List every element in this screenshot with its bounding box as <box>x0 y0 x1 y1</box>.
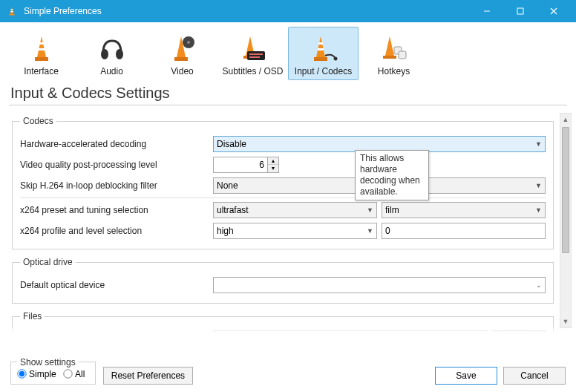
svg-rect-9 <box>39 48 45 50</box>
show-settings-group: Show settings Simple All <box>10 357 96 385</box>
svg-point-14 <box>187 41 190 44</box>
chevron-down-icon: ⌄ <box>536 281 542 289</box>
x264-preset-combo[interactable]: ultrafast ▼ <box>213 202 377 218</box>
cone-osd-icon <box>220 32 286 65</box>
tooltip: This allows hardware decoding when avail… <box>355 150 429 200</box>
group-legend: Optical drive <box>20 257 76 267</box>
tab-label: Subtitles / OSD <box>220 66 286 76</box>
tab-label: Interface <box>8 66 74 76</box>
headphones-icon <box>79 32 145 65</box>
vlc-cone-icon <box>6 5 18 17</box>
svg-rect-21 <box>318 48 324 50</box>
svg-rect-2 <box>10 11 13 12</box>
spin-value[interactable] <box>214 157 267 172</box>
radio-all[interactable]: All <box>63 369 85 379</box>
tab-input-codecs[interactable]: Input / Codecs <box>288 27 359 80</box>
fade-overlay <box>0 325 555 333</box>
svg-rect-19 <box>314 57 327 61</box>
cone-keys-icon <box>361 32 427 65</box>
tab-interface[interactable]: Interface <box>6 27 76 80</box>
title-bar: Simple Preferences <box>0 0 576 22</box>
combo-value: Disable <box>217 139 246 149</box>
radio-simple[interactable]: Simple <box>17 369 56 379</box>
close-button[interactable] <box>537 0 570 22</box>
category-tabs: Interface Audio Video Subtitles / OSD In… <box>0 22 576 80</box>
tab-hotkeys[interactable]: Hotkeys <box>359 27 429 80</box>
svg-point-22 <box>333 57 337 61</box>
combo-value: ultrafast <box>217 205 249 215</box>
show-settings-legend: Show settings <box>17 357 79 368</box>
svg-point-11 <box>116 49 123 59</box>
scroll-thumb[interactable] <box>562 127 569 253</box>
tab-label: Input / Codecs <box>290 66 356 76</box>
chevron-down-icon: ▼ <box>535 206 542 214</box>
save-button[interactable]: Save <box>435 367 497 385</box>
cone-icon <box>8 32 74 65</box>
cone-reel-icon <box>149 32 215 65</box>
settings-scroll-area: Codecs Hardware-accelerated decoding Dis… <box>10 108 555 333</box>
svg-rect-4 <box>517 8 523 14</box>
svg-rect-17 <box>249 53 263 55</box>
maximize-button[interactable] <box>503 0 537 22</box>
divider <box>9 105 567 105</box>
post-processing-label: Video quality post-processing level <box>20 160 213 170</box>
tab-video[interactable]: Video <box>147 27 217 80</box>
chevron-down-icon: ▼ <box>535 140 542 148</box>
bottom-bar: Show settings Simple All Reset Preferenc… <box>0 353 576 392</box>
chevron-down-icon: ▼ <box>367 206 373 214</box>
svg-point-10 <box>101 49 108 59</box>
spin-up-button[interactable]: ▲ <box>268 157 278 165</box>
tab-label: Video <box>149 66 215 76</box>
tab-subtitles[interactable]: Subtitles / OSD <box>217 27 288 80</box>
svg-rect-8 <box>39 42 44 45</box>
group-codecs: Codecs Hardware-accelerated decoding Dis… <box>12 116 554 249</box>
group-optical: Optical drive Default optical device ⌄ <box>12 257 554 304</box>
post-processing-spin[interactable]: ▲ ▼ <box>213 157 279 173</box>
svg-rect-20 <box>318 42 323 45</box>
cancel-button[interactable]: Cancel <box>503 367 566 385</box>
x264-level-input[interactable] <box>382 223 546 239</box>
minimize-button[interactable] <box>470 0 503 22</box>
divider <box>20 197 546 198</box>
svg-rect-25 <box>399 51 406 59</box>
combo-value: film <box>385 205 399 215</box>
group-legend: Codecs <box>20 116 56 126</box>
svg-rect-0 <box>10 14 15 16</box>
x264-profile-label: x264 profile and level selection <box>20 226 213 236</box>
x264-preset-label: x264 preset and tuning selection <box>20 205 213 215</box>
scroll-down-button[interactable]: ▼ <box>560 316 571 327</box>
svg-rect-23 <box>383 56 396 59</box>
svg-rect-18 <box>249 56 260 58</box>
optical-device-label: Default optical device <box>20 280 213 290</box>
svg-rect-12 <box>174 57 188 61</box>
optical-device-combo[interactable]: ⌄ <box>213 277 546 293</box>
combo-value: None <box>217 180 238 191</box>
svg-rect-16 <box>247 51 265 60</box>
tab-label: Audio <box>79 66 145 76</box>
vertical-scrollbar[interactable]: ▲ ▼ <box>560 113 572 328</box>
svg-rect-1 <box>11 9 13 10</box>
scroll-up-button[interactable]: ▲ <box>560 114 571 125</box>
chevron-down-icon: ▼ <box>535 182 542 189</box>
combo-value: high <box>217 226 234 236</box>
tab-label: Hotkeys <box>361 66 427 76</box>
spin-down-button[interactable]: ▼ <box>268 165 278 172</box>
tab-audio[interactable]: Audio <box>76 27 147 80</box>
x264-tuning-combo[interactable]: film ▼ <box>382 202 546 218</box>
hw-decoding-label: Hardware-accelerated decoding <box>20 139 213 149</box>
svg-rect-7 <box>35 57 48 61</box>
chevron-down-icon: ▼ <box>367 227 373 235</box>
page-title: Input & Codecs Settings <box>0 80 576 105</box>
window-title: Simple Preferences <box>24 6 470 16</box>
skip-deblocking-label: Skip H.264 in-loop deblocking filter <box>20 180 213 191</box>
cone-cable-icon <box>290 32 356 65</box>
x264-profile-combo[interactable]: high ▼ <box>213 223 377 239</box>
group-legend: Files <box>20 311 45 321</box>
tooltip-text: This allows hardware decoding when avail… <box>360 153 420 197</box>
reset-preferences-button[interactable]: Reset Preferences <box>103 367 193 385</box>
